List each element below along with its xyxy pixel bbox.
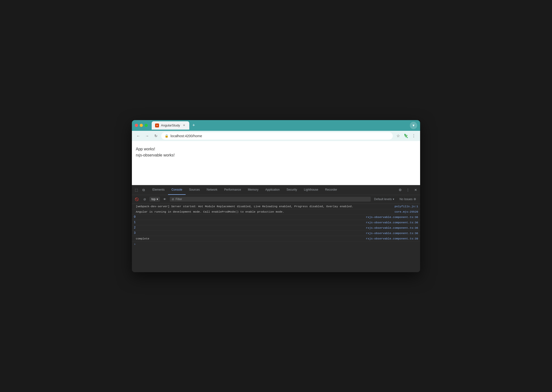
angular-message: Angular is running in development mode. …	[136, 210, 394, 213]
default-levels-button[interactable]: Default levels ▾	[373, 197, 396, 202]
context-chevron-icon: ▾	[157, 197, 158, 201]
address-bar[interactable]: 🔒 localhost:4200/home	[161, 132, 393, 140]
rxjs-link-2[interactable]: rxjs-observable.component.ts:36	[366, 226, 418, 229]
webpack-message: [webpack-dev-server] Server started: Hot…	[136, 205, 394, 208]
back-button[interactable]: ←	[135, 133, 142, 139]
tab-elements[interactable]: Elements	[149, 185, 168, 195]
console-line-complete: complete rxjs-observable.component.ts:39	[132, 236, 420, 241]
devtools-tab-bar: ⬚ ⧉ Elements Console Sources Network Per…	[132, 185, 420, 195]
devtools-panel: ⬚ ⧉ Elements Console Sources Network Per…	[132, 185, 420, 272]
menu-button[interactable]: ⋮	[410, 133, 417, 139]
console-line-2: 2 rxjs-observable.component.ts:36	[132, 225, 420, 231]
console-num-1: 1	[134, 221, 139, 224]
polyfills-link[interactable]: polyfills.js:1	[394, 205, 418, 208]
clear-console-button[interactable]: 🚫	[134, 196, 140, 202]
tab-favicon: A	[155, 124, 159, 127]
console-num-3: 3	[134, 231, 139, 235]
bookmark-button[interactable]: ☆	[395, 133, 402, 139]
nav-actions: ☆ 🦎 ⋮	[395, 133, 417, 139]
context-label: top	[151, 197, 156, 201]
console-line-angular: Angular is running in development mode. …	[132, 209, 420, 215]
tab-bar: A AngularStudy ✕ + ▾	[152, 120, 417, 131]
traffic-lights	[135, 124, 148, 127]
eye-button[interactable]: 👁	[162, 196, 168, 202]
rxjs-link-3[interactable]: rxjs-observable.component.ts:36	[366, 232, 418, 235]
devtools-right-actions: ⚙ ⋮ ✕	[397, 186, 419, 193]
active-tab[interactable]: A AngularStudy ✕	[152, 121, 189, 130]
no-filter-button[interactable]: ⊘	[142, 196, 148, 202]
filter-container: ⊘ Filter	[170, 197, 371, 202]
filter-label: Filter	[176, 197, 182, 201]
security-icon: 🔒	[165, 134, 169, 138]
tab-recorder[interactable]: Recorder	[322, 185, 340, 195]
browser-window: A AngularStudy ✕ + ▾ ← → ↻ 🔒 localhost:4…	[132, 120, 420, 272]
close-button[interactable]	[135, 124, 138, 127]
default-levels-label: Default levels	[374, 197, 392, 201]
url-display: localhost:4200/home	[170, 134, 389, 138]
profile-button[interactable]: 🦎	[403, 133, 409, 139]
console-num-0: 0	[134, 215, 139, 219]
tab-menu-button[interactable]: ▾	[410, 122, 417, 129]
console-prompt[interactable]: ›	[132, 241, 420, 247]
page-content: App works! rxjs-observable works!	[132, 141, 420, 185]
rxjs-link-0[interactable]: rxjs-observable.component.ts:36	[366, 216, 418, 219]
default-levels-chevron-icon: ▾	[393, 197, 394, 201]
devtools-tab-list: Elements Console Sources Network Perform…	[149, 185, 397, 195]
devtools-tools: ⬚ ⧉	[133, 186, 147, 193]
console-output: [webpack-dev-server] Server started: Hot…	[132, 204, 420, 272]
device-toolbar-button[interactable]: ⧉	[140, 186, 147, 193]
tab-lighthouse[interactable]: Lighthouse	[300, 185, 322, 195]
tab-title: AngularStudy	[161, 124, 180, 127]
core-mjs-link[interactable]: core.mjs:25520	[394, 210, 418, 213]
settings-button[interactable]: ⚙	[397, 186, 403, 193]
maximize-button[interactable]	[145, 124, 148, 127]
no-issues-label: No Issues	[400, 197, 413, 201]
rxjs-works-text: rxjs-observable works!	[136, 152, 416, 158]
context-selector[interactable]: top ▾	[149, 197, 160, 202]
rxjs-link-1[interactable]: rxjs-observable.component.ts:36	[366, 221, 418, 224]
console-toolbar: 🚫 ⊘ top ▾ 👁 ⊘ Filter Default levels ▾ No…	[132, 195, 420, 204]
console-line-3: 3 rxjs-observable.component.ts:36	[132, 231, 420, 236]
app-works-text: App works!	[136, 146, 416, 152]
minimize-button[interactable]	[140, 124, 143, 127]
tab-close-button[interactable]: ✕	[182, 124, 186, 127]
console-line-webpack: [webpack-dev-server] Server started: Hot…	[132, 204, 420, 209]
tab-memory[interactable]: Memory	[244, 185, 262, 195]
more-tools-button[interactable]: ⋮	[404, 186, 411, 193]
tab-sources[interactable]: Sources	[186, 185, 203, 195]
title-bar: A AngularStudy ✕ + ▾	[132, 120, 420, 131]
console-line-1: 1 rxjs-observable.component.ts:36	[132, 220, 420, 225]
console-complete-text: complete	[136, 237, 366, 240]
console-num-2: 2	[134, 226, 139, 229]
rxjs-link-complete[interactable]: rxjs-observable.component.ts:39	[366, 237, 418, 240]
new-tab-button[interactable]: +	[190, 122, 197, 129]
nav-bar: ← → ↻ 🔒 localhost:4200/home ☆ 🦎 ⋮	[132, 131, 420, 141]
tab-console[interactable]: Console	[168, 185, 186, 195]
console-line-0: 0 rxjs-observable.component.ts:36	[132, 215, 420, 220]
close-devtools-button[interactable]: ✕	[412, 186, 419, 193]
inspect-element-button[interactable]: ⬚	[133, 186, 140, 193]
tab-performance[interactable]: Performance	[221, 185, 244, 195]
reload-button[interactable]: ↻	[152, 133, 159, 139]
tab-network[interactable]: Network	[203, 185, 221, 195]
forward-button[interactable]: →	[144, 133, 150, 139]
settings-icon[interactable]: ⚙	[414, 197, 416, 201]
no-issues-badge: No Issues ⚙	[398, 197, 418, 202]
filter-icon: ⊘	[172, 197, 174, 201]
console-right-actions: Default levels ▾ No Issues ⚙	[373, 197, 418, 202]
tab-security[interactable]: Security	[283, 185, 300, 195]
tab-application[interactable]: Application	[262, 185, 283, 195]
